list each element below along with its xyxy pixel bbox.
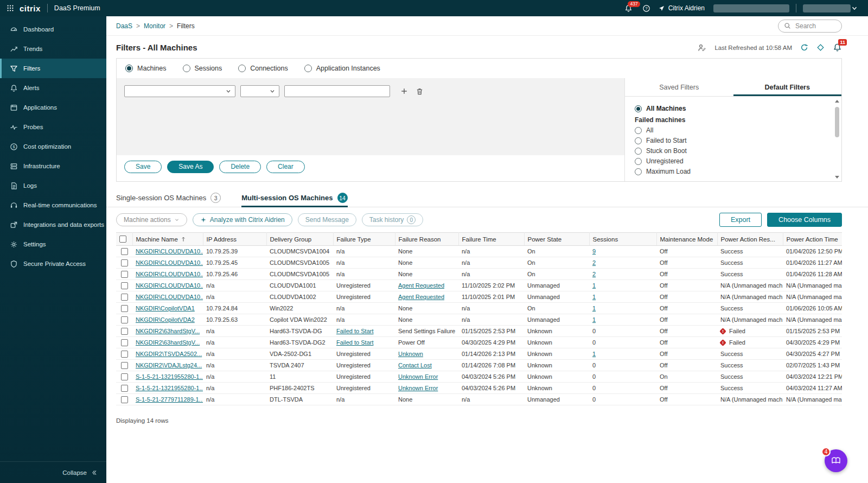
assistant-button[interactable]: Citrix Aidrien [658,4,705,12]
default-filter-maximum-load[interactable]: Maximum Load [635,168,832,175]
row-checkbox[interactable] [121,259,128,266]
cell-machine-name-link[interactable]: NKGDIR\CopilotVDA2 [136,316,195,323]
sidebar-item-settings[interactable]: Settings [0,234,106,254]
delete-button[interactable]: Delete [219,161,261,173]
column-header-failure-time[interactable]: Failure Time [458,233,524,246]
cell-failure-reason-link[interactable]: Unknown [398,351,423,357]
row-checkbox[interactable] [121,282,128,289]
add-filter-icon[interactable] [400,87,408,95]
default-filter-failed-to-start[interactable]: Failed to Start [635,137,832,144]
breadcrumb-item-daas[interactable]: DaaS [116,22,132,30]
help-icon[interactable]: ? [642,4,650,12]
scroll-down-arrow[interactable] [835,176,839,179]
search-input[interactable] [794,22,836,30]
search-box[interactable] [778,20,842,33]
sidebar-item-applications[interactable]: Applications [0,98,106,117]
edit-profile-icon[interactable] [698,43,706,52]
entity-radio-connections[interactable]: Connections [238,65,288,72]
clear-button[interactable]: Clear [266,161,305,173]
cell-failure-reason-link[interactable]: Unknown Error [398,385,438,391]
sidebar-item-filters[interactable]: Filters [0,59,106,78]
default-filter-unregistered[interactable]: Unregistered [635,157,832,165]
breadcrumb-item-monitor[interactable]: Monitor [144,22,165,30]
refresh-icon[interactable] [800,43,808,52]
cell-machine-name-link[interactable]: S-1-5-21-2779711289-1... [136,396,203,403]
row-checkbox[interactable] [121,385,128,392]
cell-machine-name-link[interactable]: NKGDIR\CLOUDVDA10... [136,294,203,300]
cell-machine-name-link[interactable]: S-1-5-21-1321955280-1... [136,385,203,391]
select-all-checkbox[interactable] [119,236,126,243]
column-header-maintenance-mode[interactable]: Maintenance Mode [656,233,717,246]
row-checkbox[interactable] [121,248,128,255]
entity-radio-application-instances[interactable]: Application Instances [304,65,380,72]
cell-failure-type-link[interactable]: Failed to Start [336,339,373,346]
save-button[interactable]: Save [124,161,162,173]
cell-failure-reason-link[interactable]: Agent Requested [398,282,444,289]
tab-single-session-os-machines[interactable]: Single-session OS Machines3 [116,189,221,207]
column-header-delivery-group[interactable]: Delivery Group [266,233,333,246]
cell-sessions-link[interactable]: 1 [592,294,596,300]
cell-machine-name-link[interactable]: NKGDIR\CLOUDVDA10... [136,248,203,255]
machine-actions-dropdown[interactable]: Machine actions [116,213,187,226]
alerts-button[interactable]: 11 [833,43,842,52]
sidebar-item-probes[interactable]: Probes [0,117,106,137]
entity-radio-sessions[interactable]: Sessions [183,65,222,72]
task-history-button[interactable]: Task history 0 [362,213,423,226]
row-checkbox[interactable] [121,316,128,323]
sidebar-item-infrastructure[interactable]: Infrastructure [0,156,106,176]
troubleshoot-icon[interactable] [816,43,825,52]
sidebar-item-cost-optimization[interactable]: $Cost optimization [0,137,106,156]
chevron-down-icon[interactable] [851,4,858,12]
scrollbar[interactable] [834,100,840,179]
filter-operator-select[interactable] [240,85,279,97]
sidebar-item-integrations-and-data-exports[interactable]: Integrations and data exports [0,215,106,234]
delete-filter-icon[interactable] [416,87,424,96]
cell-machine-name-link[interactable]: NKGDIR2\63hardStgV... [136,328,200,334]
column-header-power-action-res[interactable]: Power Action Res... [717,233,783,246]
send-message-button[interactable]: Send Message [298,213,356,226]
row-checkbox[interactable] [121,271,128,278]
sidebar-item-dashboard[interactable]: Dashboard [0,20,106,39]
row-checkbox[interactable] [121,362,128,369]
row-checkbox[interactable] [121,294,128,301]
filter-value-input[interactable] [284,85,390,97]
sidebar-item-logs[interactable]: Logs [0,176,106,195]
cell-sessions-link[interactable]: 1 [592,305,596,312]
scrollbar-thumb[interactable] [835,107,839,137]
column-header-sessions[interactable]: Sessions [589,233,656,246]
sidebar-item-alerts[interactable]: Alerts [0,78,106,98]
row-checkbox[interactable] [121,328,128,335]
column-header-failure-reason[interactable]: Failure Reason [395,233,458,246]
row-checkbox[interactable] [121,373,128,380]
cell-sessions-link[interactable]: 1 [592,282,596,289]
tab-default-filters[interactable]: Default Filters [733,78,842,96]
column-header-power-state[interactable]: Power State [524,233,589,246]
column-header-ip-address[interactable]: IP Address [203,233,266,246]
cell-failure-reason-link[interactable]: Unknown Error [398,373,438,380]
default-filter-all[interactable]: All [635,126,832,134]
sidebar-collapse[interactable]: Collapse [0,461,106,483]
row-checkbox[interactable] [121,305,128,312]
sidebar-item-secure-private-access[interactable]: Secure Private Access [0,254,106,274]
cell-machine-name-link[interactable]: NKGDIR\CopilotVDA1 [136,305,195,312]
row-checkbox[interactable] [121,339,128,346]
cell-machine-name-link[interactable]: NKGDIR2\TSVDA2502... [136,351,202,357]
cell-machine-name-link[interactable]: NKGDIR\CLOUDVDA10... [136,259,203,266]
cell-machine-name-link[interactable]: S-1-5-21-1321955280-1... [136,373,203,380]
sidebar-item-real-time-communications[interactable]: Real-time communications [0,195,106,215]
assistant-fab[interactable]: 4 [825,449,847,472]
cell-failure-type-link[interactable]: Failed to Start [336,328,373,334]
choose-columns-button[interactable]: Choose Columns [767,213,842,227]
tab-multi-session-os-machines[interactable]: Multi-session OS Machines14 [241,189,347,207]
column-header-failure-type[interactable]: Failure Type [333,233,395,246]
scroll-up-arrow[interactable] [835,100,839,103]
row-checkbox[interactable] [121,351,128,358]
cell-machine-name-link[interactable]: NKGDIR2\63hardStgV... [136,339,200,346]
sidebar-item-trends[interactable]: Trends [0,39,106,59]
default-filter-all-machines[interactable]: All Machines [635,105,832,112]
cell-sessions-link[interactable]: 2 [592,271,596,277]
entity-radio-machines[interactable]: Machines [125,65,167,72]
cell-failure-reason-link[interactable]: Contact Lost [398,362,432,368]
cell-machine-name-link[interactable]: NKGDIR2\VDAJLstg24... [136,362,202,368]
default-filter-stuck-on-boot[interactable]: Stuck on Boot [635,147,832,155]
